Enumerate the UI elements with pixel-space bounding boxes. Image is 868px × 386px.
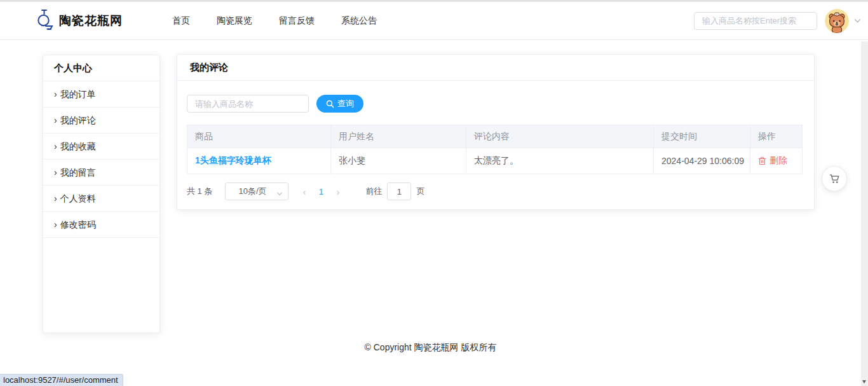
cell-username: 张小斐 — [331, 148, 466, 174]
trash-icon — [758, 156, 766, 165]
header-search-input[interactable] — [694, 12, 817, 30]
goto-page-input[interactable] — [387, 183, 411, 200]
pagination: 共 1 条 10条/页 ‹ 1 › 前往 页 — [187, 183, 801, 200]
sidebar-item-favorites[interactable]: ›我的收藏 — [43, 134, 159, 160]
avatar-dropdown-caret[interactable] — [853, 17, 862, 25]
shopping-cart-icon — [829, 174, 840, 184]
query-button[interactable]: 查询 — [316, 95, 363, 113]
sidebar-title: 个人中心 — [43, 55, 159, 81]
col-header-time: 提交时间 — [654, 125, 750, 148]
user-center-sidebar: 个人中心 ›我的订单 ›我的评论 ›我的收藏 ›我的留言 ›个人资料 ›修改密码 — [43, 55, 160, 333]
prev-page-button[interactable]: ‹ — [294, 186, 314, 197]
nav-item-home[interactable]: 首页 — [172, 15, 190, 27]
sidebar-item-change-password[interactable]: ›修改密码 — [43, 212, 159, 238]
sidebar-item-messages[interactable]: ›我的留言 — [43, 160, 159, 186]
nav-item-announcement[interactable]: 系统公告 — [341, 15, 377, 27]
panel-title: 我的评论 — [177, 55, 814, 81]
brand-logo[interactable]: 陶瓷花瓶网 — [36, 8, 123, 34]
table-header-row: 商品 用户姓名 评论内容 提交时间 操作 — [187, 125, 803, 148]
brand-name: 陶瓷花瓶网 — [59, 13, 123, 29]
user-avatar[interactable] — [825, 9, 849, 33]
scroll-down-arrow-icon[interactable] — [862, 380, 866, 383]
chevron-right-icon: › — [54, 193, 57, 203]
chevron-right-icon: › — [54, 167, 57, 177]
col-header-action: 操作 — [750, 125, 803, 148]
main-nav: 首页 陶瓷展览 留言反馈 系统公告 — [172, 15, 377, 27]
comment-search-row: 查询 — [187, 95, 801, 113]
pagination-total: 共 1 条 — [187, 186, 212, 197]
nav-item-feedback[interactable]: 留言反馈 — [279, 15, 315, 27]
current-page-number[interactable]: 1 — [314, 187, 328, 196]
sidebar-item-comments[interactable]: ›我的评论 — [43, 107, 159, 134]
page-size-select[interactable]: 10条/页 — [225, 183, 288, 200]
product-name-input[interactable] — [187, 95, 309, 113]
delete-label: 删除 — [770, 155, 787, 167]
cell-time: 2024-04-29 10:06:09 — [654, 148, 750, 174]
product-link[interactable]: 1头鱼福字玲珑单杯 — [195, 155, 271, 165]
chevron-right-icon: › — [54, 115, 57, 125]
sidebar-item-orders[interactable]: ›我的订单 — [43, 81, 159, 107]
query-button-label: 查询 — [337, 98, 354, 109]
chevron-right-icon: › — [54, 89, 57, 99]
top-header: 陶瓷花瓶网 首页 陶瓷展览 留言反馈 系统公告 — [0, 2, 868, 40]
col-header-product: 商品 — [187, 125, 331, 148]
sidebar-item-profile[interactable]: ›个人资料 — [43, 186, 159, 212]
search-icon — [326, 100, 334, 108]
delete-button[interactable]: 删除 — [758, 155, 787, 167]
my-comments-panel: 我的评论 查询 商品 用户姓名 评论内容 提交时间 — [177, 54, 815, 210]
table-row: 1头鱼福字玲珑单杯 张小斐 太漂亮了。 2024-04-29 10:06:09 — [187, 148, 803, 174]
page-size-value: 10条/页 — [238, 186, 266, 197]
vase-logo-icon — [36, 8, 53, 34]
chevron-down-icon — [276, 190, 283, 199]
browser-status-url: localhost:9527/#/user/comment — [0, 374, 123, 386]
next-page-button[interactable]: › — [328, 186, 348, 197]
copyright-footer: © Copyright 陶瓷花瓶网 版权所有 — [0, 342, 861, 354]
col-header-username: 用户姓名 — [331, 125, 466, 148]
header-right — [694, 9, 862, 33]
floating-cart-button[interactable] — [822, 166, 847, 191]
nav-item-exhibition[interactable]: 陶瓷展览 — [217, 15, 252, 27]
goto-label: 前往 — [365, 186, 382, 197]
cell-content: 太漂亮了。 — [466, 148, 654, 174]
col-header-content: 评论内容 — [466, 125, 654, 148]
comments-table: 商品 用户姓名 评论内容 提交时间 操作 1头鱼福字玲珑单杯 张小斐 太漂亮了。… — [187, 125, 803, 174]
goto-unit-label: 页 — [416, 186, 424, 197]
chevron-right-icon: › — [54, 141, 57, 151]
chevron-right-icon: › — [54, 219, 57, 230]
vertical-scrollbar[interactable] — [861, 41, 868, 386]
panel-body: 查询 商品 用户姓名 评论内容 提交时间 操作 1头鱼福字玲珑单杯 张小斐 太漂… — [177, 81, 814, 200]
